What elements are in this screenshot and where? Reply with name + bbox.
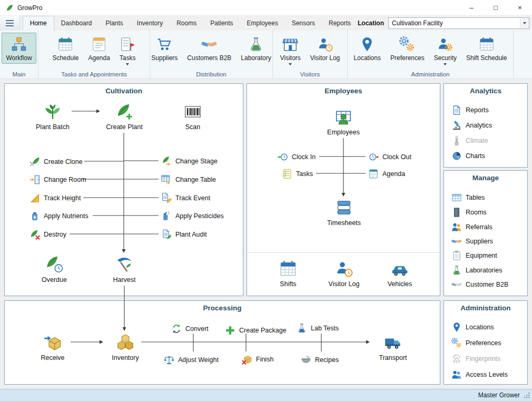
- tab-rooms[interactable]: Rooms: [170, 16, 203, 31]
- node-scan[interactable]: Scan: [161, 103, 224, 131]
- combobox-arrow-icon[interactable]: [520, 18, 529, 28]
- ribbon-group-tasks-and-appointments: ScheduleAgendaTasksTasks and Appointment…: [38, 31, 150, 79]
- node-climate[interactable]: Climate: [451, 134, 488, 148]
- node-create-package[interactable]: Create Package: [225, 324, 287, 337]
- node-track-height[interactable]: Track Height: [29, 191, 81, 205]
- receive-icon: [44, 334, 62, 351]
- apply-nutrients-icon: [29, 211, 40, 221]
- node-change-table[interactable]: Change Table: [161, 173, 216, 187]
- minimize-button[interactable]: –: [459, 0, 484, 15]
- node-plant-audit[interactable]: Plant Audit: [161, 228, 207, 241]
- node-label: Overdue: [42, 276, 67, 283]
- node-clock-in[interactable]: Clock In: [278, 150, 316, 164]
- node-tables[interactable]: Tables: [451, 191, 485, 204]
- node-convert[interactable]: Convert: [171, 322, 209, 336]
- node-employees[interactable]: Employees: [312, 108, 375, 136]
- ribbon-button-shift-schedule[interactable]: Shift Schedule: [462, 33, 511, 64]
- analytics-icon: [451, 120, 462, 131]
- node-suppliers[interactable]: Suppliers: [451, 234, 493, 248]
- tab-inventory[interactable]: Inventory: [130, 16, 170, 31]
- tab-employees[interactable]: Employees: [240, 16, 285, 31]
- node-label: Charts: [466, 152, 485, 160]
- security-icon: [437, 36, 453, 52]
- tab-dashboard[interactable]: Dashboard: [54, 16, 99, 31]
- ribbon-button-label: Schedule: [52, 54, 78, 62]
- node-adjust-weight[interactable]: Adjust Weight: [164, 353, 219, 367]
- tab-plants[interactable]: Plants: [98, 16, 130, 31]
- close-button[interactable]: ×: [508, 0, 532, 15]
- tab-reports[interactable]: Reports: [322, 16, 358, 31]
- plant-audit-icon: [161, 229, 172, 240]
- node-visitor-log[interactable]: Visitor Log: [312, 260, 376, 288]
- node-transport[interactable]: Transport: [361, 334, 425, 361]
- menu-hamburger-icon[interactable]: [0, 16, 20, 31]
- ribbon-button-customers-b2b[interactable]: Customers B2B: [183, 33, 235, 64]
- node-finish[interactable]: Finish: [242, 353, 273, 366]
- ribbon-button-preferences[interactable]: Preferences: [386, 33, 429, 64]
- node-plant-batch[interactable]: Plant Batch: [21, 103, 84, 131]
- node-reports[interactable]: Reports: [451, 103, 489, 117]
- node-customer-b2b[interactable]: Customer B2B: [451, 278, 508, 291]
- node-equipment[interactable]: Equipment: [451, 249, 497, 262]
- ribbon-button-suppliers[interactable]: Suppliers: [147, 33, 182, 64]
- node-create-clone[interactable]: Create Clone: [29, 155, 83, 169]
- create-clone-icon: [29, 157, 40, 167]
- agenda-icon: [91, 36, 107, 52]
- ribbon-button-agenda[interactable]: Agenda: [84, 33, 114, 64]
- locations-icon: [451, 322, 462, 332]
- ribbon-button-visitors[interactable]: Visitors: [276, 33, 305, 67]
- node-recipes[interactable]: Recipes: [301, 353, 339, 367]
- node-create-plant[interactable]: Create Plant: [93, 103, 156, 131]
- resize-grip-icon[interactable]: [524, 392, 530, 399]
- node-change-stage[interactable]: Change Stage: [161, 154, 218, 168]
- node-shifts[interactable]: Shifts: [257, 260, 320, 288]
- ribbon-button-tasks[interactable]: Tasks: [115, 33, 140, 67]
- location-combobox[interactable]: Cultivation Facility: [388, 17, 529, 29]
- node-fingerprints[interactable]: Fingerprints: [451, 352, 500, 366]
- tab-sensors[interactable]: Sensors: [285, 16, 322, 31]
- ribbon-button-schedule[interactable]: Schedule: [48, 33, 83, 64]
- node-referrals[interactable]: Referrals: [451, 220, 492, 234]
- node-agenda[interactable]: Agenda: [368, 167, 405, 181]
- plant-batch-icon: [44, 103, 62, 121]
- node-label: Locations: [466, 324, 494, 331]
- node-destroy[interactable]: Destroy: [29, 228, 66, 241]
- node-label: Laboratories: [466, 267, 503, 274]
- adjust-weight-icon: [164, 355, 174, 365]
- ribbon-button-locations[interactable]: Locations: [350, 33, 385, 64]
- ribbon-button-visitor-log[interactable]: Visitor Log: [306, 33, 344, 64]
- ribbon-button-workflow[interactable]: Workflow: [2, 33, 36, 64]
- ribbon-group-administration: LocationsPreferencesSecurityShift Schedu…: [348, 31, 514, 79]
- node-lab-tests[interactable]: Lab Tests: [297, 321, 339, 335]
- node-vehicles[interactable]: Vehicles: [368, 260, 431, 288]
- ribbon-button-laboratory[interactable]: Laboratory: [237, 33, 275, 64]
- tab-home[interactable]: Home: [23, 16, 54, 31]
- node-change-room[interactable]: Change Room: [29, 173, 86, 187]
- node-apply-pesticides[interactable]: Apply Pesticides: [161, 209, 224, 223]
- tab-strip: HomeDashboardPlantsInventoryRoomsPatient…: [23, 16, 358, 31]
- ribbon-button-security[interactable]: Security: [430, 33, 461, 67]
- node-timesheets[interactable]: Timesheets: [312, 199, 376, 227]
- node-tasks[interactable]: Tasks: [282, 167, 313, 181]
- tab-patients[interactable]: Patients: [203, 16, 240, 31]
- maximize-button[interactable]: □: [484, 0, 508, 15]
- node-label: Create Plant: [106, 123, 142, 131]
- node-clock-out[interactable]: Clock Out: [368, 150, 411, 164]
- window-controls: – □ ×: [459, 0, 532, 15]
- node-charts[interactable]: Charts: [451, 149, 485, 163]
- node-rooms[interactable]: Rooms: [451, 206, 487, 219]
- employees-icon: [334, 108, 352, 126]
- node-overdue[interactable]: Overdue: [23, 256, 86, 283]
- node-preferences[interactable]: Preferences: [451, 336, 501, 350]
- node-receive[interactable]: Receive: [21, 334, 84, 361]
- node-track-event[interactable]: Track Event: [161, 191, 210, 205]
- node-locations[interactable]: Locations: [451, 320, 494, 334]
- node-inventory[interactable]: Inventory: [94, 334, 157, 361]
- node-harvest[interactable]: Harvest: [93, 256, 156, 283]
- node-apply-nutrients[interactable]: Apply Nutrients: [29, 209, 88, 223]
- node-access-levels[interactable]: Access Levels: [451, 368, 508, 382]
- node-label: Transport: [379, 354, 407, 361]
- node-laboratories[interactable]: Laboratories: [451, 263, 503, 277]
- node-analytics[interactable]: Analytics: [451, 119, 492, 132]
- panel-administration: AdministrationLocationsPreferencesFinger…: [444, 300, 528, 385]
